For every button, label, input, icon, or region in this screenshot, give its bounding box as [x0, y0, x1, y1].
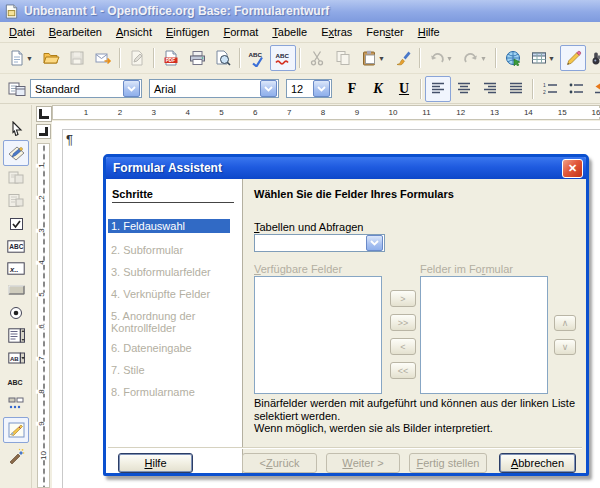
cancel-button[interactable]: Abbrechen: [499, 453, 576, 473]
available-fields-listbox[interactable]: [254, 276, 382, 394]
step-feldauswahl[interactable]: 1. Feldauswahl: [108, 219, 230, 233]
dropdown-caret-icon: ▼: [378, 55, 385, 62]
step-stile: 7. Stile: [108, 363, 230, 377]
font-size-combo[interactable]: 12: [286, 79, 332, 98]
auto-spellcheck-icon[interactable]: ABC: [270, 45, 296, 71]
font-name-value: Arial: [154, 83, 176, 95]
design-mode-toggle-icon[interactable]: [3, 140, 29, 166]
steps-header: Schritte: [112, 188, 234, 203]
step-dateneingabe: 6. Dateneingabe: [108, 341, 230, 355]
horizontal-ruler[interactable]: 12345678910111213141516: [52, 105, 600, 120]
align-center-icon[interactable]: [451, 76, 477, 102]
move-all-left-button[interactable]: <<: [390, 362, 416, 379]
menu-ansicht[interactable]: Ansicht: [109, 24, 159, 40]
available-fields-label: Verfügbare Felder: [254, 263, 342, 275]
print-icon[interactable]: [184, 45, 210, 71]
ruler-corner-icon: [36, 124, 51, 139]
export-pdf-icon[interactable]: PDF: [158, 45, 184, 71]
save-icon[interactable]: [64, 45, 90, 71]
paste-icon[interactable]: ▼: [356, 45, 390, 71]
chevron-down-icon[interactable]: [123, 80, 140, 97]
move-left-button[interactable]: <: [390, 338, 416, 355]
decrease-indent-icon[interactable]: [589, 76, 600, 102]
open-folder-icon[interactable]: [38, 45, 64, 71]
bullet-list-icon[interactable]: [563, 76, 589, 102]
paragraph-style-combo[interactable]: Standard: [30, 79, 142, 98]
email-document-icon[interactable]: [90, 45, 116, 71]
paragraph-style-value: Standard: [35, 83, 80, 95]
tab-type-selector[interactable]: [36, 106, 52, 122]
new-document-icon[interactable]: ▼: [4, 45, 38, 71]
window-title: Unbenannt 1 - OpenOffice.org Base: Formu…: [24, 4, 329, 18]
more-controls-icon[interactable]: [3, 391, 29, 417]
underline-button[interactable]: U: [391, 76, 417, 102]
menu-format[interactable]: Format: [216, 24, 265, 40]
tables-queries-combo[interactable]: [254, 234, 385, 252]
step-subformular: 2. Subformular: [108, 243, 230, 257]
next-button[interactable]: Weiter >: [326, 453, 400, 473]
insert-table-icon[interactable]: ▼: [526, 45, 560, 71]
svg-text:2: 2: [543, 89, 546, 95]
move-right-button[interactable]: >: [390, 290, 416, 307]
back-button[interactable]: < Zurück: [242, 453, 317, 473]
vertical-ruler[interactable]: 12345678910: [37, 143, 50, 488]
italic-button[interactable]: K: [365, 76, 391, 102]
numbered-list-icon[interactable]: 12: [537, 76, 563, 102]
edit-file-icon[interactable]: [124, 45, 150, 71]
wizard-toggle-icon[interactable]: [3, 443, 29, 469]
svg-text:1: 1: [543, 82, 546, 88]
toolbar-separator: [420, 79, 422, 99]
bold-button[interactable]: F: [339, 76, 365, 102]
move-all-right-button[interactable]: >>: [390, 314, 416, 331]
menu-einfuegen[interactable]: Einfügen: [159, 24, 216, 40]
menu-bearbeiten[interactable]: Bearbeiten: [42, 24, 109, 40]
menu-datei[interactable]: Datei: [2, 24, 42, 40]
toolbar-separator: [299, 48, 301, 68]
hyperlink-icon[interactable]: [500, 45, 526, 71]
menu-fenster[interactable]: Fenster: [359, 24, 410, 40]
window-titlebar[interactable]: Unbenannt 1 - OpenOffice.org Base: Formu…: [0, 0, 600, 22]
svg-text:ABC: ABC: [249, 51, 263, 58]
spellcheck-icon[interactable]: ABC: [244, 45, 270, 71]
cut-icon[interactable]: [304, 45, 330, 71]
dialog-titlebar[interactable]: Formular Assistent ✕: [106, 157, 586, 179]
form-design-tool-icon[interactable]: [3, 417, 29, 443]
dialog-heading: Wählen Sie die Felder Ihres Formulars: [254, 188, 454, 200]
page-preview-icon[interactable]: [210, 45, 236, 71]
copy-icon[interactable]: [330, 45, 356, 71]
menubar: Datei Bearbeiten Ansicht Einfügen Format…: [0, 22, 600, 43]
help-button[interactable]: Hilfe: [118, 453, 193, 473]
close-icon[interactable]: ✕: [562, 159, 583, 178]
move-up-button[interactable]: ∧: [554, 315, 576, 331]
text-boundary-line: [62, 129, 600, 130]
align-justify-icon[interactable]: [503, 76, 529, 102]
menu-extras[interactable]: Extras: [314, 24, 359, 40]
styles-window-icon[interactable]: [4, 76, 30, 102]
menu-tabelle[interactable]: Tabelle: [265, 24, 314, 40]
toolbar-separator: [153, 48, 155, 68]
font-name-combo[interactable]: Arial: [149, 79, 279, 98]
toolbar-separator: [495, 48, 497, 68]
form-fields-listbox[interactable]: [420, 276, 548, 394]
finish-button[interactable]: Fertig stellen: [409, 453, 487, 473]
find-replace-icon[interactable]: [586, 45, 600, 71]
step-subformularfelder: 3. Subformularfelder: [108, 265, 230, 279]
toolbar-separator: [532, 79, 534, 99]
redo-icon[interactable]: ▼: [458, 45, 492, 71]
menu-hilfe[interactable]: Hilfe: [411, 24, 447, 40]
draw-functions-icon[interactable]: [560, 45, 586, 71]
svg-text:AB: AB: [10, 355, 19, 361]
select-arrow-icon[interactable]: [3, 115, 29, 141]
dropdown-caret-icon: ▼: [446, 55, 453, 62]
wizard-steps-panel: Schritte 1. Feldauswahl 2. Subformular 3…: [106, 179, 243, 473]
form-properties-icon[interactable]: [3, 187, 29, 213]
paragraph-mark: ¶: [66, 132, 73, 147]
align-left-icon[interactable]: [425, 76, 451, 102]
chevron-down-icon[interactable]: [260, 80, 277, 97]
chevron-down-icon[interactable]: [366, 235, 383, 251]
align-right-icon[interactable]: [477, 76, 503, 102]
format-paintbrush-icon[interactable]: [390, 45, 416, 71]
chevron-down-icon[interactable]: [313, 80, 330, 97]
move-down-button[interactable]: ∨: [554, 339, 576, 355]
undo-icon[interactable]: ▼: [424, 45, 458, 71]
